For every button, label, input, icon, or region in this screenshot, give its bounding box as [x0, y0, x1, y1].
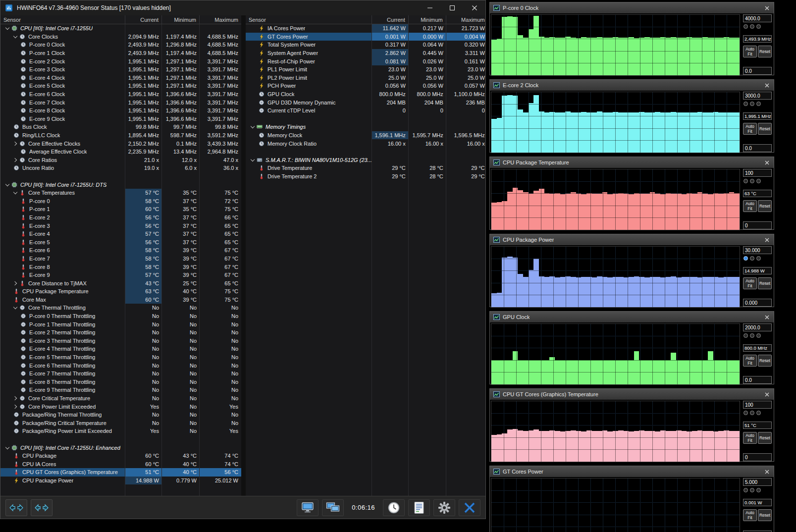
sensor-row[interactable]: E-core 2 Thermal ThrottlingNoNoNo [0, 328, 241, 337]
sensor-row[interactable]: P-core 0 Clock2,493.9 MHz1,296.8 MHz4,68… [0, 41, 241, 49]
panel-splitter[interactable] [241, 15, 246, 496]
sensor-row[interactable]: CPU Package Temperature63 °C40 °C75 °C [0, 287, 241, 296]
sensor-row[interactable]: PL1 Power Limit23.0 W23.0 W23.0 W [246, 65, 485, 74]
sensor-row[interactable]: P-core 1 Thermal ThrottlingNoNoNo [0, 320, 241, 328]
expander-collapse-icon[interactable] [4, 25, 11, 31]
sensor-row[interactable]: Core Thermal ThrottlingNoNoNo [0, 304, 241, 312]
sensor-row[interactable]: Core Effective Clocks2,150.2 MHz0.1 MHz3… [0, 139, 241, 148]
led-button[interactable] [743, 102, 748, 106]
auto-fit-button[interactable]: Auto Fit [743, 432, 757, 444]
expander-expand-icon[interactable] [12, 280, 19, 286]
sensor-row[interactable]: CPU Package Power14.988 W0.779 W25.012 W [0, 477, 241, 485]
remote-monitor-button[interactable] [297, 499, 318, 516]
column-header-minimum[interactable]: Minimum [409, 15, 446, 24]
sensor-row[interactable]: CPU GT Cores (Graphics) Temperature51 °C… [0, 468, 241, 477]
led-button[interactable] [756, 24, 761, 29]
sensor-row[interactable]: E-core 8 Clock1,995.1 MHz1,396.6 MHz3,39… [0, 106, 241, 115]
close-icon[interactable] [764, 469, 770, 475]
expander-collapse-icon[interactable] [4, 182, 11, 188]
auto-fit-button[interactable]: Auto Fit [743, 46, 757, 57]
scale-max-input[interactable] [743, 169, 772, 177]
auto-fit-button[interactable]: Auto Fit [743, 277, 757, 289]
sensor-row[interactable]: P-core 058 °C37 °C72 °C [0, 197, 241, 205]
sensor-row[interactable]: Core Distance to TjMAX43 °C25 °C65 °C [0, 279, 241, 287]
led-button[interactable] [750, 411, 754, 415]
scale-max-input[interactable] [743, 92, 772, 100]
close-icon[interactable] [764, 237, 770, 243]
expander-expand-icon[interactable] [12, 404, 19, 410]
sensor-row[interactable]: E-core 457 °C37 °C65 °C [0, 230, 241, 238]
scale-max-input[interactable] [743, 246, 772, 254]
sensor-row[interactable]: Package/Ring Critical TemperatureNoNoNo [0, 419, 241, 427]
sensor-row[interactable]: E-core 5 Clock1,995.1 MHz1,297.1 MHz3,39… [0, 82, 241, 90]
expander-collapse-icon[interactable] [12, 305, 19, 311]
reset-button[interactable]: Reset [758, 200, 772, 212]
sensor-row[interactable]: Core Temperatures57 °C35 °C75 °C [0, 189, 241, 197]
sensor-row[interactable]: Core Power Limit ExceededYesNoYes [0, 402, 241, 411]
sensor-row[interactable]: E-core 658 °C39 °C67 °C [0, 246, 241, 255]
minimize-button[interactable] [419, 0, 441, 15]
sensor-row[interactable]: E-core 4 Thermal ThrottlingNoNoNo [0, 345, 241, 353]
sensor-row[interactable]: E-core 7 Clock1,995.1 MHz1,396.6 MHz3,39… [0, 98, 241, 106]
led-button[interactable] [750, 24, 754, 29]
reset-button[interactable]: Reset [758, 46, 772, 57]
scale-min-input[interactable] [743, 67, 772, 75]
sensor-group-row[interactable]: S.M.A.R.T.: BIWIN NA80V1M10-512G (23... [246, 156, 485, 164]
sensor-row[interactable]: P-core 1 Clock2,493.9 MHz1,197.4 MHz4,68… [0, 49, 241, 57]
sensor-row[interactable]: GT Cores Power0.001 W0.000 W0.004 W [246, 33, 485, 41]
led-button[interactable] [756, 333, 761, 338]
sensor-group-row[interactable]: CPU [#0]: Intel Core i7-1255U: DTS [0, 180, 241, 189]
sensor-row[interactable]: E-core 256 °C37 °C66 °C [0, 213, 241, 222]
led-button[interactable] [743, 179, 748, 183]
sensor-row[interactable]: GPU D3D Memory Dynamic204 MB204 MB236 MB [246, 98, 485, 106]
auto-fit-button[interactable]: Auto Fit [743, 509, 757, 521]
graph-titlebar[interactable]: E-core 2 Clock [490, 80, 774, 91]
expander-collapse-icon[interactable] [250, 157, 257, 163]
scale-max-input[interactable] [743, 323, 772, 331]
maximize-button[interactable] [441, 0, 463, 15]
expander-expand-icon[interactable] [12, 157, 19, 163]
sensor-row[interactable]: E-core 3 Thermal ThrottlingNoNoNo [0, 337, 241, 345]
settings-button[interactable] [433, 499, 455, 516]
sensor-row[interactable]: PCH Power0.056 W0.056 W0.057 W [246, 82, 485, 90]
led-button[interactable] [750, 179, 754, 183]
led-button[interactable] [750, 333, 754, 338]
sensor-group-row[interactable]: CPU [#0]: Intel Core i7-1255U [0, 24, 241, 33]
sensor-row[interactable]: E-core 556 °C37 °C65 °C [0, 238, 241, 246]
led-button[interactable] [756, 411, 761, 415]
reset-button[interactable]: Reset [758, 277, 772, 289]
sensor-group-row[interactable]: Memory Timings [246, 123, 485, 131]
led-button[interactable] [756, 102, 761, 106]
column-header-sensor[interactable]: Sensor [0, 15, 125, 24]
sensor-row[interactable]: P-core 0 Thermal ThrottlingNoNoNo [0, 312, 241, 320]
sensor-row[interactable]: Memory Clock Ratio16.00 x16.00 x16.00 x [246, 139, 485, 148]
column-header-current[interactable]: Current [372, 15, 409, 24]
sensor-row[interactable]: E-core 4 Clock1,995.1 MHz1,297.1 MHz3,39… [0, 74, 241, 82]
close-icon[interactable] [764, 391, 770, 398]
sensor-row[interactable]: PL2 Power Limit25.0 W25.0 W25.0 W [246, 74, 485, 82]
sensor-group-row[interactable]: CPU [#0]: Intel Core i7-1255U: Enhanced [0, 443, 241, 452]
expander-collapse-icon[interactable] [250, 124, 257, 130]
column-header-maximum[interactable]: Maximum [200, 15, 241, 24]
sensor-row[interactable]: P-core 160 °C35 °C75 °C [0, 205, 241, 213]
close-sensors-button[interactable] [459, 499, 480, 516]
close-icon[interactable] [764, 160, 770, 166]
clock-button[interactable] [383, 499, 405, 516]
sensor-row[interactable]: Drive Temperature 229 °C28 °C29 °C [246, 172, 485, 181]
led-button[interactable] [743, 488, 748, 492]
sensor-row[interactable]: E-core 6 Thermal ThrottlingNoNoNo [0, 361, 241, 370]
sensor-row[interactable]: E-core 6 Clock1,995.1 MHz1,396.6 MHz3,39… [0, 90, 241, 99]
sensor-row[interactable]: E-core 3 Clock1,995.1 MHz1,297.1 MHz3,39… [0, 65, 241, 74]
graph-titlebar[interactable]: P-core 0 Clock [490, 2, 774, 13]
column-header-sensor[interactable]: Sensor [246, 15, 372, 24]
led-button[interactable] [743, 256, 748, 261]
led-button[interactable] [756, 488, 761, 492]
reset-button[interactable]: Reset [758, 123, 772, 135]
sensor-row[interactable]: Total System Power0.317 W0.064 W0.320 W [246, 41, 485, 49]
report-button[interactable] [408, 499, 430, 516]
scale-min-input[interactable] [743, 453, 772, 461]
scale-max-input[interactable] [743, 478, 772, 486]
sensor-row[interactable]: Package/Ring Power Limit ExceededYesNoYe… [0, 427, 241, 435]
nav-back-button[interactable] [5, 499, 27, 516]
sensor-row[interactable]: E-core 2 Clock1,995.1 MHz1,297.1 MHz3,39… [0, 57, 241, 65]
